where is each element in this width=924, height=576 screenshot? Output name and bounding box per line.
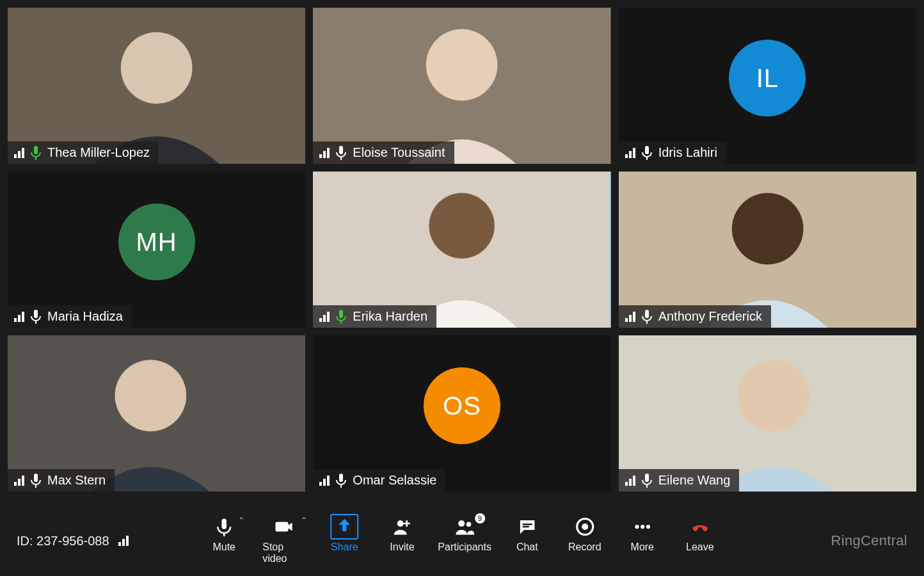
participants-icon bbox=[455, 517, 474, 536]
signal-icon bbox=[625, 476, 635, 486]
invite-button[interactable]: Invite bbox=[383, 517, 421, 553]
participant-name-badge: Eilene Wang bbox=[619, 469, 740, 492]
control-label: Participants bbox=[438, 541, 491, 553]
svg-point-1 bbox=[121, 32, 193, 104]
mic-icon bbox=[31, 310, 41, 324]
signal-icon bbox=[625, 312, 635, 322]
brand-text: RingCentral bbox=[831, 532, 907, 548]
control-label: Chat bbox=[516, 541, 538, 553]
video-feed bbox=[313, 172, 610, 328]
svg-point-20 bbox=[641, 525, 644, 529]
footer-bar: ID: 237-956-088 ⌃ Mute ⌃ Stop video Shar… bbox=[0, 506, 924, 576]
control-label: Stop video bbox=[262, 541, 306, 564]
participant-name: Thea Miller-Lopez bbox=[47, 145, 150, 160]
mic-icon bbox=[214, 517, 234, 536]
participant-name: Erika Harden bbox=[353, 309, 427, 324]
svg-point-12 bbox=[397, 520, 404, 527]
share-button[interactable]: Share bbox=[325, 517, 363, 553]
stop-video-button[interactable]: ⌃ Stop video bbox=[262, 517, 306, 564]
participant-tile[interactable]: Thea Miller-Lopez bbox=[8, 8, 305, 164]
meeting-id-label: ID: 237-956-088 bbox=[17, 534, 109, 548]
mic-icon bbox=[642, 310, 652, 324]
video-feed bbox=[619, 172, 916, 328]
mute-button[interactable]: ⌃ Mute bbox=[205, 517, 243, 553]
control-label: Share bbox=[331, 541, 358, 553]
svg-point-21 bbox=[646, 525, 649, 529]
mic-icon bbox=[642, 474, 652, 488]
brand-logo: RingCentral bbox=[831, 532, 907, 549]
signal-icon bbox=[625, 148, 635, 158]
hang-up-icon bbox=[690, 517, 710, 536]
record-icon bbox=[575, 517, 594, 536]
participant-name-badge: Anthony Frederick bbox=[619, 305, 771, 328]
signal-icon bbox=[319, 148, 330, 158]
participant-tile[interactable]: Eilene Wang bbox=[619, 335, 916, 492]
participant-name: Omar Selassie bbox=[353, 473, 436, 488]
control-label: Invite bbox=[390, 541, 414, 553]
participants-count-badge: 9 bbox=[475, 513, 485, 524]
mic-icon bbox=[31, 474, 41, 488]
video-feed bbox=[313, 8, 610, 164]
mic-icon bbox=[336, 310, 346, 324]
control-label: Record bbox=[568, 541, 601, 553]
meeting-id: ID: 237-956-088 bbox=[17, 534, 129, 548]
svg-rect-16 bbox=[522, 526, 529, 528]
video-grid: Thea Miller-Lopez Eloise Toussaint IL Id… bbox=[0, 0, 924, 499]
participant-name: Max Stern bbox=[47, 473, 106, 488]
participant-name-badge: Max Stern bbox=[8, 469, 115, 492]
participant-name: Maria Hadiza bbox=[47, 309, 123, 324]
signal-icon bbox=[14, 148, 24, 158]
participant-tile[interactable]: Eloise Toussaint bbox=[313, 8, 610, 164]
video-feed bbox=[619, 335, 916, 492]
avatar: MH bbox=[118, 204, 195, 280]
signal-icon bbox=[319, 312, 330, 322]
signal-icon bbox=[14, 476, 24, 486]
svg-rect-15 bbox=[522, 524, 532, 525]
signal-icon bbox=[14, 312, 24, 322]
participant-tile[interactable]: MH Maria Hadiza bbox=[8, 172, 305, 328]
chat-icon bbox=[518, 517, 537, 536]
video-camera-icon bbox=[275, 517, 294, 536]
video-feed bbox=[8, 8, 305, 164]
chat-button[interactable]: Chat bbox=[508, 517, 546, 553]
participant-tile[interactable]: OS Omar Selassie bbox=[313, 335, 610, 492]
participant-tile[interactable]: Max Stern bbox=[8, 335, 305, 492]
record-button[interactable]: Record bbox=[566, 517, 604, 553]
mic-icon bbox=[336, 474, 346, 488]
svg-point-19 bbox=[635, 525, 639, 529]
signal-icon bbox=[319, 476, 330, 486]
participant-name: Idris Lahiri bbox=[658, 145, 717, 160]
svg-point-9 bbox=[115, 360, 187, 431]
participant-name: Anthony Frederick bbox=[658, 309, 762, 324]
svg-point-7 bbox=[731, 193, 803, 265]
chevron-up-icon[interactable]: ⌃ bbox=[238, 516, 244, 525]
avatar: IL bbox=[729, 40, 806, 116]
video-feed bbox=[8, 335, 305, 492]
svg-point-18 bbox=[582, 524, 588, 530]
more-icon bbox=[633, 517, 652, 536]
participant-name-badge: Omar Selassie bbox=[313, 469, 445, 492]
avatar-initials: OS bbox=[443, 392, 481, 420]
avatar-initials: MH bbox=[136, 228, 177, 257]
control-label: Leave bbox=[686, 541, 714, 553]
control-label: Mute bbox=[212, 541, 235, 553]
participant-name-badge: Thea Miller-Lopez bbox=[8, 141, 159, 164]
avatar: OS bbox=[424, 367, 500, 444]
chevron-up-icon[interactable]: ⌃ bbox=[301, 516, 307, 525]
participant-tile[interactable]: Erika Harden bbox=[313, 172, 610, 328]
avatar-initials: IL bbox=[756, 64, 779, 93]
participants-button[interactable]: 9 Participants bbox=[440, 517, 488, 553]
participant-name-badge: Eloise Toussaint bbox=[313, 141, 454, 164]
signal-icon bbox=[118, 536, 129, 546]
leave-button[interactable]: Leave bbox=[681, 517, 719, 553]
svg-point-5 bbox=[429, 193, 495, 259]
svg-point-13 bbox=[458, 520, 465, 527]
share-screen-icon bbox=[330, 517, 358, 536]
participant-name: Eilene Wang bbox=[658, 473, 731, 488]
mic-icon bbox=[642, 146, 652, 160]
participant-tile[interactable]: Anthony Frederick bbox=[619, 172, 916, 328]
participant-tile[interactable]: IL Idris Lahiri bbox=[619, 8, 916, 164]
more-button[interactable]: More bbox=[623, 517, 662, 553]
mic-icon bbox=[336, 146, 346, 160]
participant-name-badge: Maria Hadiza bbox=[8, 305, 132, 328]
